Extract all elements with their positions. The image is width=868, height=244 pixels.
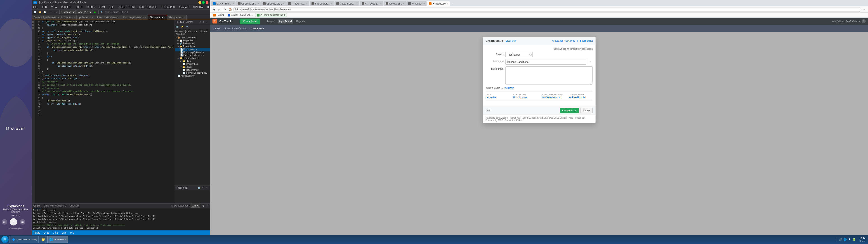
- bookmark-tracker[interactable]: Tracker: [212, 13, 225, 17]
- browser-tab-star-leaders[interactable]: Star Leaders... ×: [310, 1, 334, 6]
- se-toolbar-btn-2[interactable]: 📁: [180, 25, 185, 29]
- next-button[interactable]: ⏭: [20, 219, 25, 224]
- tab-ipcserver[interactable]: IpcServer.cs ×: [76, 15, 95, 20]
- toolbar-open[interactable]: 📂: [37, 10, 42, 14]
- bookmark-create-issue[interactable]: ✓ ✓ Create YouTrack Issue: [255, 13, 287, 17]
- nav-issues[interactable]: Issues: [266, 19, 276, 24]
- tab-close[interactable]: ×: [306, 3, 307, 5]
- toolbar-platform-dropdown[interactable]: Any CPU x86: [76, 10, 92, 14]
- tab-close[interactable]: ×: [258, 3, 259, 5]
- address-bar[interactable]: [233, 7, 861, 12]
- activity-icon-2[interactable]: [32, 24, 34, 26]
- status-ch[interactable]: Ch 5: [62, 232, 66, 234]
- tree-server[interactable]: ▼ 📂 Server: [175, 65, 210, 68]
- tab-close[interactable]: ×: [184, 17, 185, 19]
- browser-tab-new-issue[interactable]: ★ New Issue ×: [427, 1, 450, 6]
- nav-reports[interactable]: Reports: [295, 19, 307, 24]
- properties-close[interactable]: ×: [205, 186, 208, 189]
- taskbar-clock[interactable]: 19:14 2/1/...: [858, 237, 867, 242]
- create-issue-button[interactable]: Create Issue: [560, 108, 579, 113]
- field-fixed-value[interactable]: No Fixed in build: [569, 96, 593, 99]
- field-affected-value[interactable]: No Affected versions: [541, 96, 565, 99]
- create-youtrack-issue-link[interactable]: Create YouTrack Issue: [552, 39, 575, 42]
- minimize-button[interactable]: [198, 1, 201, 4]
- help-link[interactable]: ?: [862, 19, 866, 23]
- prev-button[interactable]: ⏮: [2, 219, 7, 224]
- toolbar-redo[interactable]: ↪: [54, 10, 59, 14]
- tab-close[interactable]: ×: [164, 17, 165, 19]
- tab-iproxyable[interactable]: IProxyable.cs ×: [167, 15, 187, 20]
- tray-sync[interactable]: ⬆: [848, 238, 851, 241]
- menu-resharper[interactable]: RESHARPER: [160, 6, 176, 8]
- tree-dynamictyping[interactable]: ▼ 📂 DynamicTyping: [175, 57, 210, 60]
- field-type-value[interactable]: Unspecified: [486, 96, 510, 99]
- show-song-list-link[interactable]: Show song list ›: [2, 227, 30, 230]
- clear-draft-button[interactable]: Clear draft: [506, 39, 516, 42]
- output-clear-btn[interactable]: 🗑: [201, 204, 206, 208]
- tab-output[interactable]: Output: [32, 204, 42, 208]
- tree-references[interactable]: ▶ 🔗 References: [175, 42, 210, 45]
- output-source-dropdown[interactable]: Build: [191, 204, 200, 208]
- forward-button[interactable]: ▶: [217, 7, 221, 12]
- tab-close[interactable]: ×: [74, 17, 75, 19]
- se-toolbar-btn-3[interactable]: 🔍: [185, 25, 190, 29]
- go-button[interactable]: →: [862, 7, 867, 12]
- browser-tab-two-typ[interactable]: ← Two Typ... ×: [286, 1, 309, 6]
- menu-build[interactable]: BUILD: [75, 6, 83, 8]
- menu-test[interactable]: TEST: [129, 6, 136, 8]
- tree-extensiblemodule[interactable]: 📄 ExtensibleModule.cs: [175, 54, 210, 57]
- home-button[interactable]: 🏠: [228, 7, 232, 12]
- visible-to-value[interactable]: All Users: [505, 87, 514, 89]
- tab-ipcclient[interactable]: IpcClient.cs ×: [59, 15, 76, 20]
- menu-analyze[interactable]: ANALYZE: [178, 6, 190, 8]
- browser-tab-cs-2012[interactable]: C# - 2012-1... ×: [360, 1, 383, 6]
- menu-architecture[interactable]: ARCHITECTURE: [138, 6, 157, 8]
- subnav-cluster[interactable]: Cluster Shared Volum...: [223, 27, 248, 30]
- tree-ipcserver[interactable]: 📄 IpcServer.cs: [175, 68, 210, 71]
- user-link[interactable]: RusR Vision ▾: [846, 20, 860, 23]
- description-textarea[interactable]: [505, 66, 593, 85]
- browser-tab-opcodes-dis[interactable]: OpCodes.Dis... ×: [261, 1, 286, 6]
- browser-tab-refresh[interactable]: ↻ Refresh ×: [406, 1, 426, 6]
- properties-btn-2[interactable]: ⬆: [201, 186, 204, 189]
- tree-properties[interactable]: ▶ 📋 Properties: [175, 39, 210, 42]
- browser-tab-opcodes-ch[interactable]: OpCodes.Ch... ×: [236, 1, 260, 6]
- toolbar-new[interactable]: 📄: [33, 10, 37, 14]
- summary-input[interactable]: [505, 59, 586, 65]
- nav-agile-board[interactable]: Agile Board: [278, 19, 293, 24]
- tab-close[interactable]: ×: [356, 3, 358, 5]
- status-ln[interactable]: Ln 53: [43, 232, 49, 234]
- bookmarklet-link[interactable]: Bookmarklet: [580, 39, 593, 42]
- tab-data-tools[interactable]: Data Tools Operations: [42, 204, 68, 208]
- browser-tab-custom-date[interactable]: Custom Date... ×: [335, 1, 359, 6]
- tree-servicecontract[interactable]: 📄 ServiceContractBase.cs: [175, 71, 210, 74]
- activity-icon-3[interactable]: [32, 27, 34, 29]
- tree-application[interactable]: 📄 Application.cs: [175, 74, 210, 77]
- tree-extensibility[interactable]: ▼ 📂 Extensibility: [175, 45, 210, 48]
- project-select[interactable]: ReSharper: [505, 52, 532, 57]
- se-btn-2[interactable]: ⬇: [202, 21, 205, 24]
- tab-discoveryoptions[interactable]: DiscoveryOptions.cs ×: [121, 15, 148, 20]
- menu-debug[interactable]: DEBUG: [86, 6, 95, 8]
- toolbar-search[interactable]: 🔍: [99, 10, 104, 14]
- tree-discoverer[interactable]: 📄 Discoverer.cs: [175, 48, 210, 51]
- toolbar-config-dropdown[interactable]: Release Debug: [61, 10, 76, 14]
- activity-icon-1[interactable]: [32, 21, 34, 23]
- tab-dynamictypegenerator[interactable]: DynamicTypeGenerator.cs ×: [32, 15, 59, 20]
- tab-close[interactable]: ×: [331, 3, 333, 5]
- toolbar-undo[interactable]: ↩: [49, 10, 54, 14]
- tree-client[interactable]: ▶ 📂 Client: [175, 60, 210, 63]
- se-close-btn[interactable]: ×: [206, 21, 209, 24]
- tab-close[interactable]: ×: [380, 3, 381, 5]
- tray-network[interactable]: 🌐: [843, 238, 847, 241]
- properties-btn-1[interactable]: 🔤: [197, 186, 201, 189]
- tab-close[interactable]: ×: [232, 3, 234, 5]
- taskbar-btn-explorer[interactable]: 📁: [39, 236, 47, 243]
- bookmark-cluster[interactable]: Cluster Shared Volu...: [226, 13, 254, 17]
- tab-close[interactable]: ×: [424, 3, 425, 5]
- browser-tab-rehenga[interactable]: rehenga.gr... ×: [384, 1, 406, 6]
- output-close-btn[interactable]: ×: [206, 204, 210, 208]
- tab-error-list[interactable]: Error List: [68, 204, 81, 208]
- toolbar-run[interactable]: ▶: [93, 10, 97, 14]
- browser-tab-g1cx[interactable]: G1 CX | chat... ×: [211, 1, 236, 6]
